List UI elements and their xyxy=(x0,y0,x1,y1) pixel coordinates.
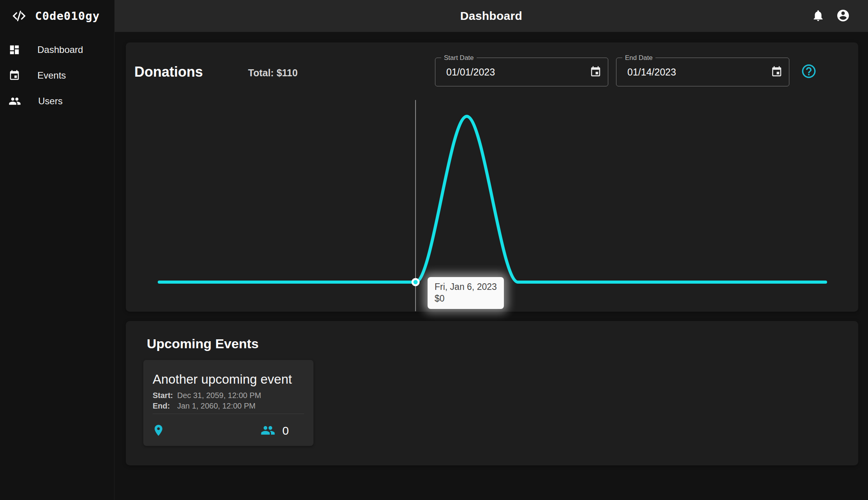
event-start-row: Start: Dec 31, 2059, 12:00 PM xyxy=(153,390,261,401)
dashboard-icon xyxy=(9,44,20,56)
users-icon xyxy=(9,95,21,107)
top-bar: Dashboard xyxy=(114,0,868,32)
event-location xyxy=(152,424,165,437)
event-start-value: Dec 31, 2059, 12:00 PM xyxy=(177,391,261,400)
chart-highlight-marker xyxy=(412,279,419,285)
app-logo: C0de010gy xyxy=(0,0,114,32)
event-attendees xyxy=(261,423,275,438)
sidebar-item-label: Events xyxy=(37,70,66,81)
sidebar: Dashboard Events Users xyxy=(0,32,114,500)
donations-card: Donations Total: $110 Start Date End Dat… xyxy=(126,42,858,312)
event-end-row: End: Jan 1, 2060, 12:00 PM xyxy=(153,401,261,411)
upcoming-events-title: Upcoming Events xyxy=(147,335,259,352)
app-logo-text: C0de010gy xyxy=(35,9,100,23)
bell-icon xyxy=(812,9,825,22)
chart-line xyxy=(159,116,826,282)
page-title: Dashboard xyxy=(460,9,522,23)
sidebar-item-label: Dashboard xyxy=(37,44,83,55)
sidebar-item-dashboard[interactable]: Dashboard xyxy=(0,37,114,63)
event-title: Another upcoming event xyxy=(153,372,292,387)
tooltip-date: Fri, Jan 6, 2023 xyxy=(435,281,497,293)
divider xyxy=(153,414,304,414)
people-icon xyxy=(261,423,275,438)
event-times: Start: Dec 31, 2059, 12:00 PM End: Jan 1… xyxy=(153,390,261,411)
tooltip-value: $0 xyxy=(435,293,497,304)
event-end-value: Jan 1, 2060, 12:00 PM xyxy=(177,402,255,411)
sidebar-item-events[interactable]: Events xyxy=(0,63,114,88)
location-pin-icon xyxy=(152,424,165,437)
calendar-icon xyxy=(9,70,20,81)
event-end-label: End: xyxy=(153,402,177,411)
account-button[interactable] xyxy=(836,9,850,23)
sidebar-item-label: Users xyxy=(38,96,63,107)
upcoming-events-card: Upcoming Events Another upcoming event S… xyxy=(126,321,858,465)
attendee-count: 0 xyxy=(282,424,289,438)
event-start-label: Start: xyxy=(153,391,177,400)
event-card[interactable]: Another upcoming event Start: Dec 31, 20… xyxy=(143,360,313,446)
account-circle-icon xyxy=(836,9,850,23)
chart-tooltip: Fri, Jan 6, 2023 $0 xyxy=(428,277,504,309)
donations-line-chart[interactable] xyxy=(126,42,858,312)
notifications-button[interactable] xyxy=(812,9,825,22)
sidebar-item-users[interactable]: Users xyxy=(0,88,114,114)
code-logo-icon xyxy=(10,8,28,24)
